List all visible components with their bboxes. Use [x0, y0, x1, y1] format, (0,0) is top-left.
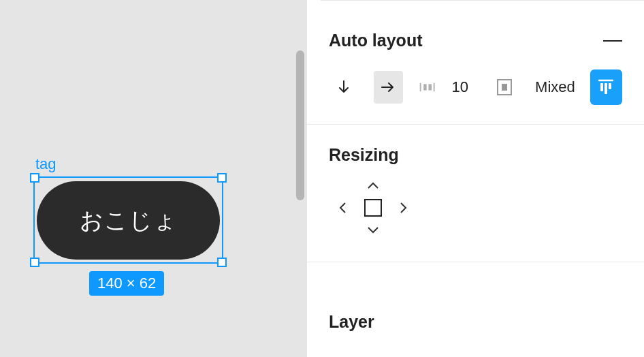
canvas-scrollbar[interactable]	[296, 50, 304, 200]
resizing-control[interactable]	[329, 184, 417, 232]
dimensions-badge: 140 × 62	[89, 271, 164, 296]
chevron-right-icon	[400, 202, 408, 214]
remove-auto-layout-button[interactable]	[603, 40, 622, 42]
alignment-icon	[596, 78, 615, 97]
gap-value[interactable]: 10	[451, 78, 468, 96]
svg-rect-0	[423, 84, 427, 90]
resize-handle-tl[interactable]	[30, 173, 39, 183]
resize-handle-tr[interactable]	[217, 173, 227, 183]
auto-layout-title: Auto layout	[329, 31, 423, 50]
selection-label: tag	[35, 155, 57, 173]
layer-title: Layer	[329, 312, 622, 332]
section-layer: Layer	[307, 292, 644, 352]
svg-rect-1	[429, 84, 432, 90]
section-resizing: Resizing	[307, 125, 644, 262]
chevron-left-icon	[338, 202, 347, 214]
direction-horizontal-button[interactable]	[374, 71, 404, 104]
padding-value[interactable]: Mixed	[535, 78, 575, 96]
arrow-right-icon	[381, 80, 396, 95]
chevron-up-icon	[367, 181, 379, 189]
chevron-down-icon	[367, 226, 379, 234]
spacing-icon	[418, 80, 436, 95]
resize-handle-br[interactable]	[217, 258, 227, 267]
resize-handle-bl[interactable]	[30, 258, 39, 267]
properties-panel: Auto layout 10 Mixed	[306, 0, 644, 357]
svg-rect-2	[600, 83, 603, 91]
canvas[interactable]: tag おこじょ 140 × 62	[0, 0, 306, 357]
alignment-padding-button[interactable]	[590, 69, 622, 105]
arrow-down-icon	[336, 80, 351, 95]
resizing-title: Resizing	[329, 145, 622, 165]
svg-rect-3	[605, 83, 607, 94]
direction-vertical-button[interactable]	[329, 71, 359, 104]
selection-outline[interactable]	[33, 176, 223, 264]
section-auto-layout: Auto layout 10 Mixed	[307, 0, 644, 125]
svg-rect-4	[609, 83, 611, 89]
padding-icon	[497, 79, 512, 95]
resize-square-icon	[364, 199, 382, 217]
